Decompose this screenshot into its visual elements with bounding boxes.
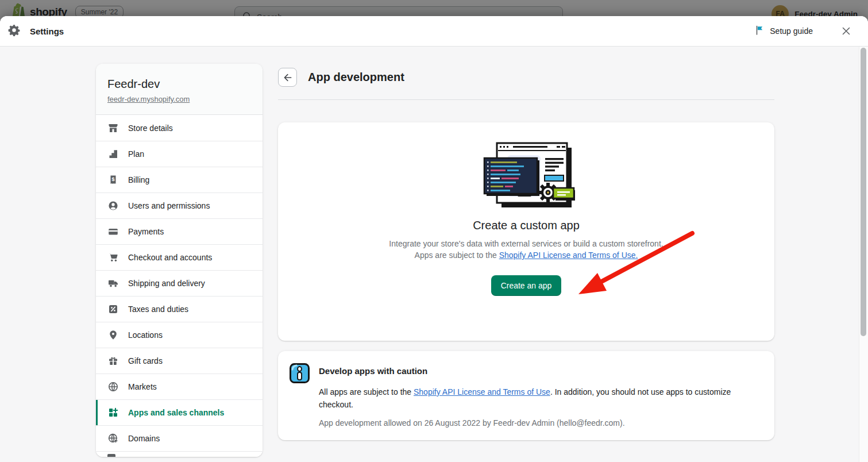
sidebar-item-checkout-and-accounts[interactable]: Checkout and accounts (96, 244, 263, 270)
sidebar-item-label: Users and permissions (128, 201, 210, 210)
sidebar-item-billing[interactable]: $Billing (96, 167, 263, 192)
create-app-card: Create a custom app Integrate your store… (278, 122, 774, 341)
sidebar-item-label: Gift cards (128, 356, 163, 365)
sidebar-item-store-details[interactable]: Store details (96, 115, 263, 141)
sidebar-item-taxes-and-duties[interactable]: Taxes and duties (96, 296, 263, 322)
flag-icon (754, 25, 765, 37)
shipping-icon (107, 278, 119, 289)
settings-modal: Settings Setup guide Feedr-dev feedr-dev… (0, 16, 868, 462)
sidebar-item-domains[interactable]: Domains (96, 425, 263, 451)
payments-icon (107, 226, 119, 237)
sidebar-item-gift-cards[interactable]: Gift cards (96, 348, 263, 374)
taxes-icon (107, 303, 119, 315)
sidebar-item-users-and-permissions[interactable]: Users and permissions (96, 192, 263, 218)
sidebar-item-shipping-and-delivery[interactable]: Shipping and delivery (96, 270, 263, 296)
store-domain-link[interactable]: feedr-dev.myshopify.com (107, 95, 190, 103)
create-card-description: Integrate your store's data with externa… (389, 238, 663, 261)
api-license-link[interactable]: Shopify API License and Terms of Use. (499, 251, 638, 260)
caution-card-meta: App development allowed on 26 August 202… (319, 418, 763, 428)
sidebar-list: Store detailsPlan$BillingUsers and permi… (96, 115, 263, 457)
create-card-title: Create a custom app (278, 219, 774, 232)
plan-icon (107, 148, 119, 160)
users-icon (107, 200, 119, 211)
svg-text:$: $ (111, 176, 114, 182)
billing-icon: $ (107, 174, 119, 186)
sidebar-item-label: Billing (128, 175, 149, 184)
header-divider (278, 99, 774, 100)
sidebar-item-label: Taxes and duties (128, 305, 188, 314)
page-title: App development (308, 71, 404, 84)
info-pixel-icon (290, 363, 310, 386)
create-an-app-button[interactable]: Create an app (491, 275, 562, 296)
sidebar-item-label: Checkout and accounts (128, 253, 212, 262)
api-license-link-2[interactable]: Shopify API License and Terms of Use (414, 387, 550, 396)
sidebar-item-label: Shipping and delivery (128, 279, 205, 288)
sidebar-item-label: Payments (128, 227, 164, 236)
modal-title: Settings (30, 26, 64, 36)
sidebar-item-label: Locations (128, 330, 163, 340)
store-name: Feedr-dev (107, 78, 251, 91)
sidebar-item-locations[interactable]: Locations (96, 322, 263, 348)
caution-card: Develop apps with caution All apps are s… (278, 351, 774, 440)
caution-card-title: Develop apps with caution (319, 366, 763, 376)
gear-icon (8, 24, 20, 38)
custom-app-illustration (477, 140, 575, 210)
partial-icon (107, 454, 115, 457)
settings-modal-body: Feedr-dev feedr-dev.myshopify.com Store … (0, 47, 868, 462)
store-header: Feedr-dev feedr-dev.myshopify.com (96, 64, 263, 115)
scrollbar-thumb[interactable] (861, 48, 866, 336)
setup-guide-button[interactable]: Setup guide (754, 25, 813, 37)
sidebar-item-label: Plan (128, 149, 144, 159)
markets-icon (107, 381, 119, 392)
sidebar-item-label: Domains (128, 434, 160, 443)
sidebar-item-apps-and-sales-channels[interactable]: Apps and sales channels (96, 399, 263, 425)
locations-icon (107, 329, 119, 341)
setup-guide-label: Setup guide (770, 26, 813, 36)
store-icon (107, 122, 119, 134)
sidebar-item-label: Store details (128, 124, 173, 133)
settings-modal-header: Settings Setup guide (0, 16, 868, 47)
sidebar-item-partial[interactable] (96, 451, 263, 457)
scrollbar-track (859, 47, 868, 462)
sidebar-item-markets[interactable]: Markets (96, 374, 263, 399)
sidebar-item-label: Markets (128, 382, 157, 391)
sidebar-item-plan[interactable]: Plan (96, 141, 263, 167)
caution-card-text: All apps are subject to the Shopify API … (319, 386, 763, 411)
settings-sidebar: Feedr-dev feedr-dev.myshopify.com Store … (96, 64, 263, 457)
domains-icon (107, 433, 119, 444)
gift-icon (107, 355, 119, 367)
back-button[interactable] (278, 68, 297, 87)
sidebar-item-payments[interactable]: Payments (96, 218, 263, 244)
sidebar-item-label: Apps and sales channels (128, 408, 224, 417)
checkout-icon (107, 252, 119, 263)
close-icon[interactable] (838, 23, 854, 39)
apps-icon (107, 407, 119, 418)
